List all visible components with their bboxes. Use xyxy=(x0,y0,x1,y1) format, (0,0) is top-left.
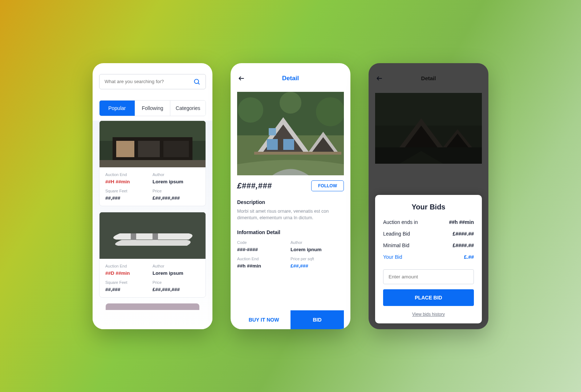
price-per-sqft-value: £##,### xyxy=(290,263,344,269)
price-value: £##,###,### xyxy=(153,287,200,292)
listing-body: Auction End ##H ##min Author Lorem ipsum… xyxy=(93,121,212,329)
tab-categories[interactable]: Categories xyxy=(170,101,206,116)
sheet-value: ##h ##min xyxy=(449,219,474,225)
author-value: Lorem ipsum xyxy=(153,179,200,184)
bid-amount-input[interactable] xyxy=(383,269,474,284)
sheet-value: £####.## xyxy=(453,231,474,237)
buy-now-button[interactable]: BUY IT NOW xyxy=(237,310,290,329)
sheet-label: Leading Bid xyxy=(383,231,410,237)
tab-following[interactable]: Following xyxy=(135,101,171,116)
auction-end-value: ##D ##min xyxy=(105,270,153,276)
author-label: Author xyxy=(153,264,200,268)
price-per-sqft-label: Price per sqft xyxy=(290,257,344,261)
svg-rect-5 xyxy=(116,141,134,157)
tab-bar: Popular Following Categories xyxy=(99,100,206,116)
description-heading: Description xyxy=(237,199,344,205)
author-value: Lorem ipnum xyxy=(290,247,344,252)
sqft-label: Square Feet xyxy=(105,280,153,285)
sheet-value: £####.## xyxy=(453,242,474,248)
search-container xyxy=(93,63,212,94)
svg-rect-11 xyxy=(131,233,136,240)
svg-rect-8 xyxy=(99,160,206,167)
sqft-value: ##,### xyxy=(105,195,153,201)
view-history-link[interactable]: View bids history xyxy=(383,312,474,317)
screen-detail: Detail £###,### FOLLOW Description xyxy=(231,63,350,329)
screen-listing: Popular Following Categories Auction End… xyxy=(93,63,212,329)
sheet-title: Your Bids xyxy=(383,203,474,211)
sheet-label: Your Bid xyxy=(383,254,402,260)
sheet-row-leading-bid: Leading Bid £####.## xyxy=(383,231,474,237)
sqft-value: ##,### xyxy=(105,287,153,292)
listing-image xyxy=(99,212,206,259)
svg-point-16 xyxy=(238,97,263,123)
description-text: Morbi sit amet risus ornare, venenatis e… xyxy=(237,208,344,222)
sheet-row-minimal-bid: Minimal Bid £####.## xyxy=(383,242,474,248)
svg-rect-26 xyxy=(254,152,341,155)
svg-point-17 xyxy=(316,97,344,126)
detail-price: £###,### xyxy=(237,181,272,191)
bid-sheet: Your Bids Auction ends in ##h ##min Lead… xyxy=(375,195,482,323)
auction-end-value: ##h ##min xyxy=(237,263,290,269)
price-label: Price xyxy=(153,189,200,193)
place-bid-button[interactable]: PLACE BID xyxy=(383,289,474,306)
screen-bid-modal: Detail Your Bids Auction ends in ##h ##m… xyxy=(369,63,488,329)
sheet-label: Minimal Bid xyxy=(383,242,409,248)
listing-card-peek xyxy=(106,303,199,310)
listing-image xyxy=(99,121,206,167)
sqft-label: Square Feet xyxy=(105,189,153,193)
author-label: Author xyxy=(290,240,344,245)
page-title: Detail xyxy=(237,75,344,82)
listing-card[interactable]: Auction End ##H ##min Author Lorem ipsum… xyxy=(99,121,206,206)
detail-header: Detail xyxy=(231,63,350,90)
code-label: Code xyxy=(237,240,290,245)
auction-end-label: Auction End xyxy=(105,264,153,268)
svg-rect-12 xyxy=(153,233,158,240)
price-label: Price xyxy=(153,280,200,285)
svg-rect-6 xyxy=(138,141,160,157)
search-icon xyxy=(193,78,200,85)
auction-end-value: ##H ##min xyxy=(105,179,153,184)
author-value: Lorem ipsum xyxy=(153,270,200,276)
auction-end-label: Auction End xyxy=(105,172,153,177)
bid-button[interactable]: BID xyxy=(290,310,344,329)
svg-rect-24 xyxy=(283,139,294,150)
sheet-row-your-bid: Your Bid £.## xyxy=(383,254,474,260)
sheet-row-auction-end: Auction ends in ##h ##min xyxy=(383,219,474,225)
detail-hero-image xyxy=(237,92,344,175)
svg-line-1 xyxy=(198,83,200,84)
auction-end-label: Auction End xyxy=(237,257,290,261)
sheet-value: £.## xyxy=(464,254,474,260)
svg-point-0 xyxy=(194,79,199,83)
search-bar[interactable] xyxy=(99,74,206,89)
listing-card[interactable]: Auction End ##D ##min Author Lorem ipsum… xyxy=(99,212,206,298)
info-heading: Information Detail xyxy=(237,229,344,235)
author-label: Author xyxy=(153,172,200,177)
sheet-label: Auction ends in xyxy=(383,219,418,225)
svg-rect-25 xyxy=(269,128,276,135)
svg-rect-7 xyxy=(163,141,189,157)
svg-point-18 xyxy=(280,92,301,114)
svg-rect-23 xyxy=(267,139,278,150)
search-input[interactable] xyxy=(105,79,193,84)
tab-popular[interactable]: Popular xyxy=(99,101,135,116)
follow-button[interactable]: FOLLOW xyxy=(311,180,344,191)
detail-action-bar: BUY IT NOW BID xyxy=(237,310,344,329)
code-value: ###-#### xyxy=(237,247,290,252)
price-value: £##,###,### xyxy=(153,195,200,201)
